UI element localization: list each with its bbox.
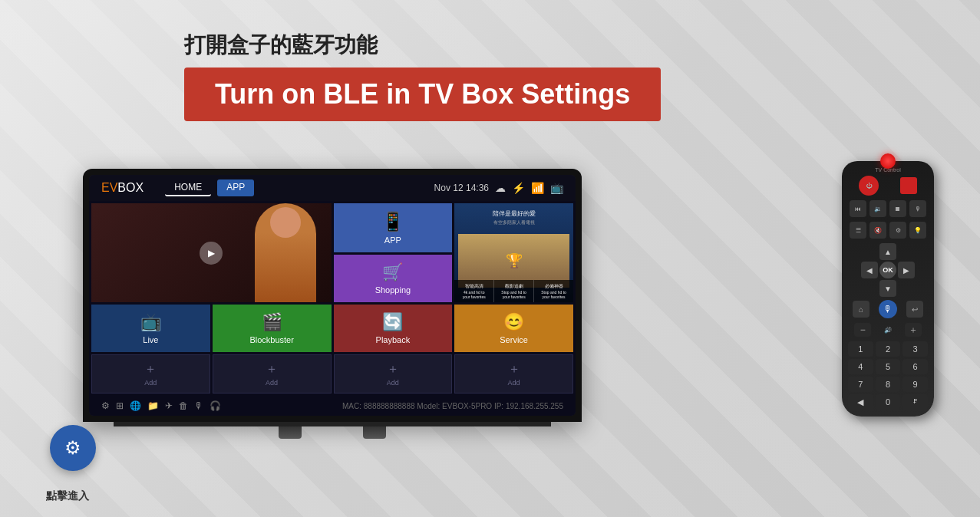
info-button[interactable]: 💡 <box>909 222 926 239</box>
red-banner: Turn on BLE in TV Box Settings <box>184 68 661 121</box>
footer-icons: ⚙ ⊞ 🌐 📁 ✈ 🗑 🎙 🎧 <box>101 400 221 411</box>
num-0[interactable]: 0 <box>876 394 901 410</box>
tile-app[interactable]: 📱 APP <box>334 203 453 252</box>
remote-numpad: 1 2 3 4 5 6 7 8 9 ◀ 0 ₣ <box>848 341 928 410</box>
remote-row-media: ⏮ 🔉 ⏹ 🎙 <box>848 200 928 217</box>
vol-plus-button[interactable]: ＋ <box>905 323 922 337</box>
tile-add-1[interactable]: ＋ Add <box>91 354 210 394</box>
blockbuster-icon: 🎬 <box>262 312 282 332</box>
shopping-icon: 🛒 <box>382 262 403 282</box>
footer-icon-3: 🌐 <box>130 400 141 411</box>
tile-service-label: Service <box>500 335 528 344</box>
nav-home[interactable]: HOME <box>165 179 211 196</box>
tile-app-label: APP <box>384 235 401 245</box>
play-button[interactable]: ▶ <box>200 242 223 265</box>
bluetooth-icon: ⚡ <box>512 182 525 194</box>
add-icon-3: ＋ <box>387 361 399 377</box>
settings-remote-btn[interactable]: ⚙ <box>889 222 906 239</box>
dpad-up[interactable]: ▲ <box>879 243 896 260</box>
vol-minus-button[interactable]: − <box>854 323 871 337</box>
vol-down-button[interactable]: 🔉 <box>869 200 886 217</box>
ok-button[interactable]: OK <box>879 262 896 278</box>
tile-video[interactable]: ▶ <box>91 203 332 302</box>
red-banner-text: Turn on BLE in TV Box Settings <box>215 78 630 110</box>
power-button[interactable]: ⏻ <box>859 176 879 196</box>
tile-blockbuster[interactable]: 🎬 Blockbuster <box>213 305 332 352</box>
nav-app[interactable]: APP <box>217 179 254 196</box>
banner-categories: 智能高清4k and hd toyour favorites 觀影追劇Stop … <box>454 280 573 302</box>
logo-ev: EV <box>101 181 117 194</box>
num-back[interactable]: ◀ <box>848 394 873 410</box>
footer-icon-5: ✈ <box>165 400 173 411</box>
tile-playback[interactable]: 🔄 Playback <box>334 305 453 352</box>
stop-button[interactable]: ⏹ <box>889 200 906 217</box>
settings-button[interactable]: ⚙ <box>50 425 96 471</box>
prev-button[interactable]: ⏮ <box>850 200 866 217</box>
datetime-label: Nov 12 14:36 <box>434 183 489 193</box>
live-icon: 📺 <box>140 312 161 332</box>
tv-input-button[interactable] <box>900 177 917 194</box>
tile-live[interactable]: 📺 Live <box>91 305 210 352</box>
num-9[interactable]: 9 <box>902 377 928 392</box>
footer-info: MAC: 888888888888 Model: EVBOX-5PRO IP: … <box>342 402 563 410</box>
ir-emitter <box>880 153 896 169</box>
wifi-icon: 📶 <box>531 182 544 194</box>
vol-label: 🔊 <box>884 327 892 334</box>
tile-playback-label: Playback <box>376 335 411 344</box>
add-icon-1: ＋ <box>144 361 157 377</box>
remote-row-actions: ⌂ 🎙 ↩ <box>848 300 928 318</box>
footer-icon-2: ⊞ <box>116 400 124 411</box>
remote-row-power: ⏻ <box>848 176 928 196</box>
tv-unit: EVBOX HOME APP Nov 12 14:36 ☁ ⚡ 📶 📺 <box>83 169 582 439</box>
service-icon: 😊 <box>503 312 524 332</box>
back-button[interactable]: ↩ <box>906 301 923 318</box>
footer-icon-7: 🎙 <box>194 400 203 411</box>
tile-add-4[interactable]: ＋ Add <box>454 354 573 394</box>
num-2[interactable]: 2 <box>876 341 901 357</box>
footer-icon-1: ⚙ <box>101 400 110 411</box>
tv-leg-left <box>279 426 302 439</box>
footer-icon-8: 🎧 <box>210 400 221 411</box>
mute-button[interactable]: 🔇 <box>869 222 886 239</box>
tv-header: EVBOX HOME APP Nov 12 14:36 ☁ ⚡ 📶 📺 <box>89 175 576 201</box>
dpad-right[interactable]: ▶ <box>898 262 915 278</box>
home-button[interactable]: ⌂ <box>853 301 869 318</box>
tile-add-label-4: Add <box>508 379 520 387</box>
app-icon: 📱 <box>381 211 404 232</box>
menu-button[interactable]: ☰ <box>850 222 866 239</box>
dpad-down[interactable]: ▼ <box>879 280 896 297</box>
mic-mute-button[interactable]: 🎙 <box>909 200 926 217</box>
tile-add-3[interactable]: ＋ Add <box>334 354 453 394</box>
tile-add-label-1: Add <box>144 379 157 387</box>
num-6[interactable]: 6 <box>902 359 928 374</box>
cloud-icon: ☁ <box>495 182 506 194</box>
footer-icon-6: 🗑 <box>179 400 188 411</box>
num-8[interactable]: 8 <box>876 377 901 392</box>
mic-button[interactable]: 🎙 <box>879 300 897 318</box>
num-5[interactable]: 5 <box>876 359 901 374</box>
tile-shopping[interactable]: 🛒 Shopping <box>334 255 453 302</box>
tv-footer: ⚙ ⊞ 🌐 📁 ✈ 🗑 🎙 🎧 MAC: 888888888888 Model:… <box>89 396 576 416</box>
tv-stand-base <box>83 426 582 439</box>
logo-box: BOX <box>117 181 144 194</box>
add-icon-4: ＋ <box>508 361 520 377</box>
tv-header-right: Nov 12 14:36 ☁ ⚡ 📶 📺 <box>434 182 563 194</box>
chinese-title: 打開盒子的藍牙功能 <box>184 31 661 60</box>
num-3[interactable]: 3 <box>902 341 928 357</box>
tile-add-2[interactable]: ＋ Add <box>213 354 332 394</box>
tile-add-label-3: Add <box>387 379 399 387</box>
add-icon-2: ＋ <box>266 361 278 377</box>
tv-content-grid: ▶ 📱 APP 🛒 Shopping 陪伴是最好的愛有空多陪家人看電視 🏆 <box>89 201 576 396</box>
dpad-left[interactable]: ◀ <box>861 262 878 278</box>
tile-shopping-label: Shopping <box>375 285 411 295</box>
top-text-area: 打開盒子的藍牙功能 Turn on BLE in TV Box Settings <box>184 31 661 121</box>
num-4[interactable]: 4 <box>848 359 873 374</box>
click-hint: 點擊進入 <box>46 489 89 503</box>
tile-banner[interactable]: 陪伴是最好的愛有空多陪家人看電視 🏆 智能高清4k and hd toyour … <box>454 203 573 302</box>
tile-service[interactable]: 😊 Service <box>454 305 573 352</box>
banner-image: 🏆 <box>458 234 569 288</box>
num-1[interactable]: 1 <box>848 341 873 357</box>
tv-screen: EVBOX HOME APP Nov 12 14:36 ☁ ⚡ 📶 📺 <box>89 175 576 416</box>
num-special[interactable]: ₣ <box>902 394 928 410</box>
num-7[interactable]: 7 <box>848 377 873 392</box>
